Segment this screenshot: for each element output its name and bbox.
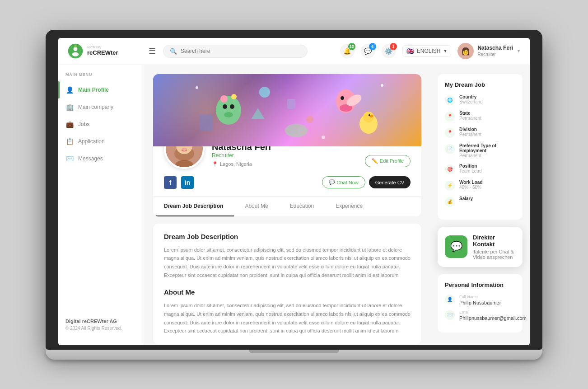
- country-value: Switzerland: [459, 99, 483, 104]
- contact-popup-icon: 💬: [445, 235, 467, 258]
- social-row: f in 💬 Chat Now Generate CV: [153, 176, 421, 196]
- svg-point-3: [74, 45, 76, 47]
- fullname-value: Philip Nussbaumer: [459, 300, 501, 305]
- svg-point-6: [230, 104, 234, 109]
- search-bar: 🔍: [163, 45, 308, 58]
- right-panel: My Dream Job 🌐 Country Switzerland 📍: [430, 65, 530, 345]
- search-input[interactable]: [181, 48, 301, 54]
- nav-right: 🔔 12 💬 6 ⚙️ 1 🇬🇧 EN: [340, 43, 521, 59]
- profile-actions: ✏️ Edit Profile: [365, 155, 411, 169]
- language-selector[interactable]: 🇬🇧 ENGLISH ▼: [402, 45, 452, 57]
- linkedin-button[interactable]: in: [181, 176, 194, 189]
- svg-point-22: [196, 86, 198, 89]
- contact-popup-text: Direkter Kontakt Talente per Chat & Vide…: [473, 234, 515, 260]
- user-name: Natascha Feri: [477, 45, 513, 52]
- contact-popup-subtitle: Talente per Chat & Video ansprechen: [473, 249, 515, 260]
- svg-point-18: [259, 87, 270, 98]
- avatar: 👩: [457, 43, 474, 59]
- tab-education[interactable]: Education: [279, 197, 325, 216]
- contact-popup[interactable]: 💬 Direkter Kontakt Talente per Chat & Vi…: [438, 227, 523, 267]
- dj-country: 🌐 Country Switzerland: [445, 94, 515, 105]
- country-icon: 🌐: [445, 95, 455, 105]
- alerts-badge: 1: [390, 43, 397, 50]
- social-icons: f in: [164, 176, 194, 189]
- profile-banner: [153, 74, 421, 146]
- personal-info-card: Personal Information 👤 Full Name Philip …: [438, 274, 523, 333]
- messages-button[interactable]: 💬 6: [361, 44, 375, 58]
- application-icon: 📋: [65, 137, 74, 145]
- chat-now-button[interactable]: 💬 Chat Now: [322, 176, 365, 188]
- edit-profile-button[interactable]: ✏️ Edit Profile: [365, 155, 411, 167]
- tab-about-me[interactable]: About Me: [234, 197, 279, 216]
- email-icon: ✉️: [445, 310, 455, 320]
- alerts-button[interactable]: ⚙️ 1: [382, 44, 396, 58]
- svg-point-20: [306, 116, 313, 123]
- location-text: Lagos, Nigeria: [220, 161, 252, 167]
- app-container: reCREW reCREWter ☰ 🔍 🔔 12: [58, 38, 530, 345]
- location-icon: 📍: [212, 161, 218, 167]
- svg-point-5: [223, 104, 227, 109]
- facebook-button[interactable]: f: [164, 176, 177, 189]
- messages-icon: ✉️: [65, 155, 74, 163]
- generate-cv-button[interactable]: Generate CV: [369, 176, 411, 188]
- svg-rect-19: [287, 99, 295, 109]
- email-value: Philipnussbaumer@gmail.com: [459, 315, 527, 321]
- edit-icon: ✏️: [372, 158, 378, 164]
- dream-job-text: Lorem ipsum dolor sit amet, consectetur …: [164, 246, 411, 280]
- user-chevron-icon: ▼: [517, 49, 521, 53]
- personal-info-title: Personal Information: [445, 281, 515, 288]
- tab-experience[interactable]: Experience: [325, 197, 373, 216]
- navbar: reCREW reCREWter ☰ 🔍 🔔 12: [58, 38, 530, 65]
- state-label: State: [459, 111, 481, 116]
- notifications-button[interactable]: 🔔 12: [340, 44, 355, 58]
- salary-label: Salary: [459, 196, 473, 201]
- user-menu[interactable]: 👩 Natascha Feri Recruiter ▼: [457, 43, 521, 59]
- logo-text: reCREWter: [87, 50, 118, 56]
- contact-popup-title: Direkter Kontakt: [473, 234, 515, 248]
- sidebar-label-main-company: Main company: [78, 104, 113, 110]
- laptop-shell: reCREW reCREWter ☰ 🔍 🔔 12: [46, 30, 542, 360]
- hamburger-menu[interactable]: ☰: [149, 46, 156, 56]
- logo-icon: [67, 43, 84, 59]
- company-icon: 🏢: [65, 103, 74, 111]
- search-icon: 🔍: [170, 48, 177, 55]
- banner-illustration: [153, 74, 421, 146]
- profile-icon: 👤: [65, 86, 74, 94]
- language-label: ENGLISH: [417, 48, 441, 54]
- svg-point-7: [224, 112, 233, 117]
- sidebar-item-main-profile[interactable]: 👤 Main Profile: [58, 81, 144, 98]
- svg-point-32: [182, 148, 187, 150]
- sidebar-footer: Digital reCREWter AG © 2024 All Rights R…: [58, 311, 144, 338]
- logo-area: reCREW reCREWter: [67, 43, 140, 59]
- profile-tabs: Dream Job Description About Me Education…: [153, 196, 421, 216]
- dj-state: 📍 State Permanent: [445, 111, 515, 122]
- sidebar-item-application[interactable]: 📋 Application: [58, 133, 144, 150]
- sidebar-label-jobs: Jobs: [78, 121, 89, 127]
- svg-point-4: [216, 96, 241, 125]
- sidebar-item-jobs[interactable]: 💼 Jobs: [58, 116, 144, 133]
- svg-point-1: [74, 47, 78, 51]
- svg-point-23: [381, 84, 383, 87]
- tab-dream-job[interactable]: Dream Job Description: [153, 197, 234, 216]
- sidebar-item-main-company[interactable]: 🏢 Main company: [58, 98, 144, 116]
- edit-label: Edit Profile: [380, 158, 404, 164]
- email-label: Email: [459, 310, 527, 314]
- profile-content: Dream Job Description Lorem ipsum dolor …: [153, 224, 421, 345]
- employment-value: Permanent: [459, 153, 515, 158]
- sidebar-item-messages[interactable]: ✉️ Messages: [58, 150, 144, 167]
- svg-rect-25: [199, 115, 213, 131]
- svg-point-17: [369, 114, 370, 116]
- position-value: Team Lead: [459, 169, 481, 173]
- fullname-icon: 👤: [445, 295, 455, 305]
- user-info: Natascha Feri Recruiter: [477, 45, 513, 58]
- messages-badge: 6: [369, 43, 376, 50]
- about-me-title: About Me: [164, 288, 411, 296]
- workload-label: Work Load: [459, 180, 482, 185]
- dj-employment-type: 📄 Preferred Type of Employment Permanent: [445, 143, 515, 158]
- state-icon: 📍: [445, 112, 455, 122]
- profile-role: Recruiter: [212, 152, 358, 159]
- dream-job-title: Dream Job Description: [164, 233, 411, 240]
- jobs-icon: 💼: [65, 120, 74, 128]
- position-label: Position: [459, 164, 481, 169]
- sidebar-section-label: MAIN MENU: [58, 72, 144, 81]
